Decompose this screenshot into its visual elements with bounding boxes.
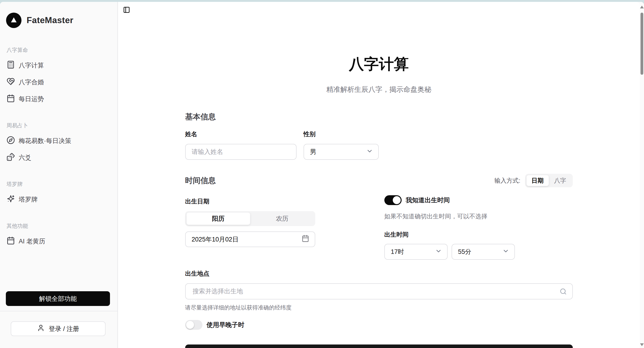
- birth-date-picker-button[interactable]: 2025年10月02日: [185, 232, 315, 247]
- calendar-icon: [6, 236, 15, 246]
- tab-solar-calendar[interactable]: 阳历: [186, 212, 250, 225]
- sidebar-item-label: 八字计算: [19, 61, 44, 70]
- dices-icon: [6, 153, 15, 163]
- sidebar-item-label: 每日运势: [19, 95, 44, 103]
- vertical-scrollbar[interactable]: [640, 2, 644, 348]
- sparkles-icon: [6, 194, 15, 204]
- basic-info-row: 姓名 性别 男: [185, 130, 573, 160]
- nav-section-label: 其他功能: [6, 221, 112, 231]
- sidebar-item-label: 梅花易数·每日决策: [19, 137, 71, 145]
- sidebar-item-tarot[interactable]: 塔罗牌: [6, 191, 112, 208]
- calendar-icon: [6, 94, 15, 104]
- nav-section-label: 八字算命: [6, 45, 112, 55]
- login-register-button[interactable]: 登录 / 注册: [11, 321, 106, 336]
- hour-value: 17时: [391, 248, 404, 256]
- nav-section-tarot: 塔罗牌 塔罗牌: [6, 179, 112, 208]
- minute-select[interactable]: 55分: [452, 244, 515, 260]
- sidebar-divider: [0, 311, 118, 311]
- zishi-label: 使用早晚子时: [207, 321, 244, 329]
- sidebar-item-label: AI 老黄历: [19, 237, 45, 246]
- time-info-header-row: 时间信息 输入方式: 日期 八字: [185, 174, 573, 187]
- name-field-group: 姓名: [185, 130, 296, 160]
- sidebar-item-bazi-calc[interactable]: 八字计算: [6, 57, 112, 74]
- minute-value: 55分: [458, 248, 472, 256]
- sidebar-item-ai-almanac[interactable]: AI 老黄历: [6, 233, 112, 250]
- birth-date-column: 出生日期 阳历 农历 2025年10月02日: [185, 197, 315, 260]
- panel-left-icon: [123, 10, 130, 14]
- submit-button[interactable]: [185, 344, 573, 348]
- chevron-down-icon: [366, 148, 373, 156]
- birth-date-value: 2025年10月02日: [192, 235, 239, 244]
- name-label: 姓名: [185, 130, 296, 138]
- gender-label: 性别: [304, 130, 379, 138]
- birth-time-label: 出生时间: [384, 230, 573, 239]
- birth-time-column: 我知道出生时间 如果不知道确切出生时间，可以不选择 出生时间 17时 55分: [384, 195, 573, 260]
- compass-icon: [6, 136, 15, 146]
- scrollbar-thumb[interactable]: [640, 12, 643, 75]
- brand: FateMaster: [6, 2, 112, 28]
- time-columns: 出生日期 阳历 农历 2025年10月02日 我: [185, 197, 573, 260]
- nav-section-label: 周易占卜: [6, 120, 112, 130]
- toggle-knob: [186, 321, 194, 329]
- birth-time-selects: 17时 55分: [384, 244, 573, 260]
- brand-logo: [6, 12, 22, 28]
- know-time-toggle-row: 我知道出生时间: [384, 195, 573, 205]
- sidebar-item-bazi-marriage[interactable]: 八字合婚: [6, 74, 112, 90]
- sidebar-item-label: 六爻: [19, 154, 31, 162]
- input-mode-option-bazi[interactable]: 八字: [549, 175, 572, 186]
- unlock-all-features-button[interactable]: 解锁全部功能: [6, 291, 110, 306]
- scroll-down-arrow-icon[interactable]: [640, 343, 644, 346]
- chevron-down-icon: [435, 248, 442, 256]
- know-time-hint: 如果不知道确切出生时间，可以不选择: [384, 212, 573, 220]
- toggle-knob: [393, 196, 401, 204]
- gender-value: 男: [310, 148, 316, 156]
- zishi-toggle[interactable]: [185, 320, 202, 330]
- calculator-icon: [6, 60, 15, 70]
- gender-field-group: 性别 男: [304, 130, 379, 160]
- sidebar-toggle-button[interactable]: [122, 5, 132, 15]
- hour-select[interactable]: 17时: [384, 244, 448, 260]
- chevron-down-icon: [502, 248, 509, 256]
- nav-section-zhouyi: 周易占卜 梅花易数·每日决策 六爻: [6, 120, 112, 166]
- login-register-label: 登录 / 注册: [49, 325, 80, 333]
- main-content: 八字计算 精准解析生辰八字，揭示命盘奥秘 基本信息 姓名 性别 男: [118, 2, 640, 348]
- birth-place-label: 出生地点: [185, 269, 573, 278]
- time-info-heading: 时间信息: [185, 176, 216, 186]
- sidebar-item-label: 八字合婚: [19, 78, 44, 86]
- sidebar-item-daily-fortune[interactable]: 每日运势: [6, 90, 112, 108]
- nav-section-label: 塔罗牌: [6, 179, 112, 189]
- user-icon: [37, 324, 44, 333]
- app-window: FateMaster 八字算命 八字计算 八字合婚: [0, 2, 644, 348]
- basic-info-heading: 基本信息: [185, 112, 573, 122]
- heart-handshake-icon: [6, 77, 15, 87]
- know-time-toggle[interactable]: [384, 195, 402, 205]
- sidebar-item-meihua[interactable]: 梅花易数·每日决策: [6, 132, 112, 149]
- scroll-up-arrow-icon[interactable]: [640, 6, 644, 8]
- sidebar: FateMaster 八字算命 八字计算 八字合婚: [0, 2, 118, 348]
- bazi-form: 八字计算 精准解析生辰八字，揭示命盘奥秘 基本信息 姓名 性别 男: [185, 56, 573, 348]
- input-mode-group: 输入方式: 日期 八字: [494, 174, 572, 187]
- calendar-icon: [302, 235, 309, 244]
- name-input[interactable]: [185, 144, 296, 160]
- page-subtitle: 精准解析生辰八字，揭示命盘奥秘: [185, 84, 573, 94]
- sidebar-item-label: 塔罗牌: [19, 195, 38, 204]
- know-time-label: 我知道出生时间: [406, 196, 450, 204]
- nav-section-other: 其他功能 AI 老黄历: [6, 221, 112, 250]
- input-mode-segmented-control: 日期 八字: [525, 174, 573, 187]
- tab-lunar-calendar[interactable]: 农历: [250, 212, 314, 225]
- birth-place-search: [185, 283, 573, 300]
- birth-place-search-input[interactable]: [185, 283, 573, 300]
- input-mode-label: 输入方式:: [494, 176, 520, 185]
- page-title: 八字计算: [185, 56, 573, 72]
- gender-select[interactable]: 男: [304, 144, 379, 160]
- brand-name: FateMaster: [26, 16, 73, 25]
- calendar-type-tabs: 阳历 农历: [185, 211, 315, 226]
- nav-section-bazi: 八字算命 八字计算 八字合婚 每日运势: [6, 45, 112, 108]
- sidebar-item-liuyao[interactable]: 六爻: [6, 149, 112, 166]
- triangle-icon: [10, 16, 18, 25]
- input-mode-option-date[interactable]: 日期: [526, 175, 549, 186]
- search-icon: [560, 288, 567, 295]
- sidebar-nav: 八字算命 八字计算 八字合婚 每日运势: [6, 45, 112, 250]
- birth-place-hint: 请尽量选择详细的地址以获得准确的经纬度: [185, 304, 573, 312]
- birth-date-label: 出生日期: [185, 197, 315, 206]
